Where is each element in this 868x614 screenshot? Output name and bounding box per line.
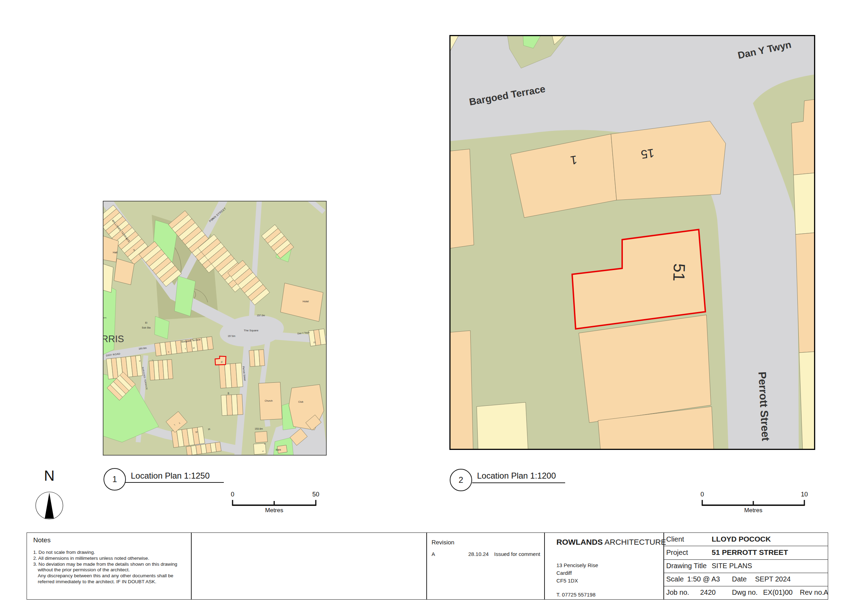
- firm-name-rest: ARCHITECTURE: [603, 538, 666, 547]
- firm-address-line: 13 Pencisely Rise: [556, 561, 598, 569]
- north-needle: [45, 493, 54, 519]
- row-line: [663, 586, 828, 586]
- notes-list: 1. Do not scale from drawing. 2. All dim…: [33, 550, 177, 585]
- notes-title: Notes: [33, 536, 51, 544]
- divider: [426, 533, 427, 599]
- job-no-value: 2420: [700, 588, 716, 597]
- firm-name: ROWLANDS ARCHITECTURE: [556, 538, 666, 547]
- date-label: Date: [732, 575, 747, 583]
- map-label-hall: Hall: [113, 251, 118, 254]
- note-line: 2. All dimensions in millimeters unless …: [33, 556, 177, 561]
- drawing-title-value: SITE PLANS: [711, 562, 752, 570]
- map-label-bank: Bank: [276, 449, 282, 451]
- north-letter: N: [44, 468, 54, 484]
- date-value: SEPT 2024: [755, 575, 791, 583]
- drawing-sheet: WILLIAMS TERRACE PENN STREET Hall El Sub…: [0, 0, 868, 614]
- project-label: Project: [666, 549, 688, 556]
- map-label-sub-sta: Sub Sta: [142, 326, 151, 329]
- scale-zero: 0: [231, 491, 234, 498]
- revision-title: Revision: [432, 539, 454, 546]
- plan-1-bubble: 1: [104, 468, 126, 491]
- north-arrow: N: [33, 466, 68, 524]
- spot-height-153-6: 153.6m: [254, 427, 263, 430]
- divider: [191, 533, 192, 599]
- row-line: [663, 560, 828, 560]
- plan-2-bubble: 2: [450, 469, 472, 491]
- house-number-51: 51: [670, 263, 688, 281]
- house-number: 12: [313, 341, 316, 344]
- title-block: Notes 1. Do not scale from drawing. 2. A…: [26, 533, 828, 600]
- plan-1-number: 1: [112, 474, 117, 484]
- map-label-club: Club: [298, 401, 304, 403]
- terrace-row: [308, 329, 326, 347]
- scale-max: 50: [312, 491, 319, 498]
- note-line: without the prior permission of the arch…: [33, 567, 177, 573]
- revision-date: 28.10.24: [468, 551, 488, 557]
- plan-2-title-underline: [472, 482, 565, 483]
- note-line: 3. No deviation may be made from the det…: [33, 561, 177, 567]
- terrace-row: [221, 394, 243, 416]
- plan-2-title: Location Plan 1:1200: [477, 471, 556, 481]
- firm-address-line: CF5 1DX: [556, 577, 598, 584]
- map-label-church: Church: [265, 399, 273, 402]
- map-label-el: El: [145, 322, 147, 324]
- map-label-partial: ers: [104, 317, 106, 319]
- dwg-no-value: EX(01)00: [763, 588, 793, 597]
- scale-max: 10: [801, 491, 808, 498]
- house-number: 15: [193, 347, 195, 350]
- house-number: 4: [264, 443, 266, 445]
- map-label-hotel: Hotel: [302, 300, 309, 303]
- scale-zero: 0: [701, 491, 704, 498]
- scale-unit: Metres: [265, 507, 283, 514]
- location-plan-1250-map: WILLIAMS TERRACE PENN STREET Hall El Sub…: [103, 201, 327, 455]
- terrace-row: [249, 350, 265, 367]
- place-name-rris: RRIS: [103, 334, 124, 344]
- firm-name-bold: ROWLANDS: [556, 538, 603, 547]
- spot-height-157-0: 157.0m: [257, 314, 265, 317]
- revision-description: Issued for comment: [494, 551, 540, 557]
- scale-value: 1:50 @ A3: [687, 575, 720, 583]
- note-line: referred immediately to the architect. I…: [33, 579, 177, 585]
- client-label: Client: [666, 535, 684, 543]
- house-number: 5: [262, 451, 264, 452]
- location-plan-1200-map: Bargoed Terrace Dan Y Twyn 1 15 51 Perro…: [450, 35, 815, 450]
- terrace-row: [219, 363, 243, 389]
- job-no-label: Job no.: [666, 588, 689, 597]
- house-number-15: 15: [640, 146, 655, 161]
- house-number-51: 51: [221, 361, 223, 363]
- plan-1-title: Location Plan 1:1250: [131, 471, 210, 481]
- note-line: 1. Do not scale from drawing.: [33, 550, 177, 556]
- rev-no-value: A: [824, 588, 828, 597]
- rev-no-label: Rev no.: [800, 588, 824, 597]
- plan-1-title-underline: [125, 482, 224, 483]
- firm-address-line: Cardiff: [556, 569, 598, 577]
- house-number: 48: [227, 392, 230, 395]
- row-line: [663, 573, 828, 573]
- row-line: [663, 546, 828, 546]
- map-label-the-square: The Square: [244, 329, 259, 332]
- plan-1-scale-bar: 0 50 Metres: [227, 491, 325, 514]
- spot-height-157-6: 157.6m: [228, 335, 236, 337]
- plan-2-scale-bar: 0 10 Metres: [697, 491, 812, 514]
- client-value: LLOYD POCOCK: [711, 535, 771, 543]
- house-number: 8: [139, 361, 141, 362]
- scale-unit: Metres: [744, 507, 763, 514]
- scale-label: Scale: [666, 575, 684, 583]
- note-line: Any discrepancy between this and any oth…: [33, 573, 177, 579]
- firm-address: 13 Pencisely Rise Cardiff CF5 1DX: [556, 561, 598, 584]
- revision-rev: A: [432, 551, 435, 557]
- plan-2-number: 2: [459, 475, 463, 485]
- house-number: 7: [152, 359, 153, 361]
- dwg-no-label: Dwg no.: [732, 588, 758, 597]
- firm-phone: T. 07725 557198: [556, 591, 595, 598]
- drawing-title-label: Drawing Title: [666, 562, 707, 570]
- project-value: 51 PERROTT STREET: [711, 548, 788, 556]
- terrace-row: [149, 359, 173, 380]
- divider: [544, 533, 545, 599]
